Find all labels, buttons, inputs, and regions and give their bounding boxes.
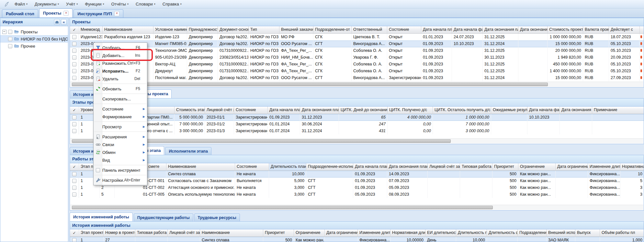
table-cell[interactable] — [560, 128, 592, 134]
column-header[interactable]: Стоимость проекта — [548, 26, 583, 33]
context-menu-item[interactable]: Связи▶ — [94, 141, 147, 148]
table-cell[interactable]: 01.09.2023 — [421, 47, 452, 54]
table-cell[interactable]: RUB — [583, 40, 609, 47]
table-cell[interactable]: 1 — [79, 184, 100, 191]
table-cell[interactable]: 2 — [100, 184, 115, 191]
projects-hscrollbar[interactable] — [70, 82, 643, 87]
column-header[interactable]: Подразделение-исполнитель.. — [306, 163, 353, 170]
row-checkbox[interactable] — [72, 122, 76, 126]
table-cell[interactable]: 31.12.2025 — [483, 34, 518, 40]
table-cell[interactable]: 01-СГТ-005 — [115, 191, 166, 198]
column-header[interactable]: Лицевой счёт затр — [428, 163, 460, 170]
column-header[interactable]: Дата начала план — [268, 107, 300, 114]
table-cell[interactable]: Фиксированна... — [358, 237, 390, 242]
table-row[interactable]: 2023-01Магнит ПМ085-01ДемопримерДоговор … — [70, 40, 644, 47]
table-cell[interactable]: 3 000 000,00 — [433, 128, 491, 134]
table-cell[interactable]: 65 — [339, 114, 388, 121]
column-header[interactable]: Ответственный — [352, 26, 387, 33]
column-header[interactable]: Типовая работа — [460, 163, 492, 170]
table-cell[interactable]: 31.12.2024 — [483, 75, 518, 81]
table-cell[interactable] — [460, 191, 492, 198]
column-header[interactable]: Изменение длител — [588, 163, 620, 170]
table-cell[interactable]: 3,000 — [269, 184, 306, 191]
table-cell[interactable]: RUB — [583, 34, 609, 40]
table-cell[interactable]: Демопример — [187, 54, 218, 61]
table-cell[interactable]: 01.01.2024 — [268, 121, 300, 128]
table-cell[interactable]: 01.09.2023 — [268, 114, 300, 121]
column-header[interactable]: Дата окончания план — [387, 163, 428, 170]
table-cell[interactable]: Магнит ПМ085-01 — [153, 40, 187, 47]
table-cell[interactable]: Изделие-123 — [153, 34, 187, 40]
table-cell[interactable]: 31.12.2024 — [300, 128, 339, 134]
column-header[interactable]: Дата начала факт. — [452, 26, 483, 33]
table-cell[interactable]: Уварова Г. Ф. — [352, 54, 387, 61]
table-cell[interactable]: СГТ — [306, 178, 353, 184]
context-menu-item[interactable]: ОбновитьF5 — [94, 85, 147, 93]
table-cell[interactable]: 905-U020-23/269 — [153, 54, 187, 61]
table-cell[interactable]: 05.09.2023 — [387, 184, 428, 191]
table-cell[interactable]: Открыт — [387, 68, 421, 75]
column-header[interactable]: Условное наименова — [153, 26, 187, 33]
table-row[interactable]: 2023-05ДредноутДемопример017310000922...… — [70, 68, 644, 75]
table-cell[interactable]: 5 000 000,00 — [175, 114, 205, 121]
table-cell[interactable]: Зарегистрирован — [387, 75, 421, 81]
table-cell[interactable] — [306, 171, 353, 178]
table-cell[interactable]: Фиксированна... — [588, 171, 620, 178]
table-cell[interactable]: Не начата — [235, 184, 269, 191]
menubar-item-словари[interactable]: Словари▾ — [132, 1, 159, 8]
context-menu-item[interactable]: Расширения▶ — [94, 133, 147, 141]
table-cell[interactable]: Технология-ЭМС — [153, 47, 187, 54]
select-all-checkmark[interactable]: ✓ — [70, 26, 79, 33]
tree-checkbox[interactable] — [8, 44, 12, 48]
table-cell[interactable]: 01-СГТ-002 — [115, 184, 166, 191]
column-header[interactable]: Ограничение — [294, 229, 325, 236]
table-cell[interactable]: 18.07.2023 — [609, 34, 640, 40]
table-cell[interactable]: 1 949 820,00 — [548, 54, 583, 61]
table-row[interactable]: 2023-04Вектор-АЦДемопример017310000922..… — [70, 61, 644, 68]
column-header[interactable]: Приоритет — [263, 229, 294, 236]
tree-checkbox[interactable] — [8, 37, 12, 41]
table-cell[interactable]: Договор №202... — [218, 75, 249, 81]
table-cell[interactable]: 10.10.2023 — [527, 114, 560, 121]
table-cell[interactable]: Открыт — [387, 40, 421, 47]
table-cell[interactable]: Как можно ран... — [518, 191, 556, 198]
column-header[interactable]: Внешний исполни — [547, 229, 575, 236]
table-cell[interactable] — [518, 54, 548, 61]
collapse-icon[interactable]: « — [61, 19, 67, 25]
table-cell[interactable]: 01.09.2023 — [421, 61, 452, 68]
table-cell[interactable]: 10 — [620, 171, 644, 178]
table-cell[interactable]: СГТ — [306, 191, 353, 198]
table-cell[interactable]: 31.12.2025 — [483, 47, 518, 54]
table-cell[interactable]: 20 000 000,00 — [548, 47, 583, 54]
table-cell[interactable] — [560, 114, 592, 121]
table-cell[interactable]: СГК — [313, 61, 352, 68]
row-checkbox[interactable] — [72, 42, 76, 46]
table-cell[interactable]: 1 400 000 000,00 — [548, 68, 583, 75]
tree-node[interactable]: НИОКР по ГОЗ без НДС — [0, 35, 68, 42]
table-cell[interactable]: Фиксированна... — [588, 178, 620, 184]
table-cell[interactable]: ООО Русатом ... — [279, 40, 313, 47]
table-cell[interactable] — [428, 171, 460, 178]
column-header[interactable]: ЕИ длительности — [425, 229, 456, 236]
table-cell[interactable]: 500 — [492, 184, 518, 191]
column-header[interactable]: ЦИТК. Получено д/с — [388, 107, 433, 114]
table-cell[interactable]: 31.12.2023 — [300, 114, 339, 121]
table-cell[interactable]: 01.09.2023 — [353, 171, 387, 178]
table-cell[interactable]: Как можно ран... — [294, 237, 325, 242]
table-cell[interactable] — [460, 178, 492, 184]
select-all-checkmark[interactable]: ✓ — [70, 229, 79, 236]
context-menu-item[interactable]: Панель инструментов — [94, 166, 147, 174]
table-cell[interactable]: Демопример — [187, 61, 218, 68]
table-cell[interactable]: 7 000 000,00 — [175, 121, 205, 128]
tree-node[interactable]: Проекты — [0, 28, 68, 35]
table-cell[interactable]: 08.09.2023 — [387, 191, 428, 198]
table-cell[interactable]: 01.09.2023 — [353, 184, 387, 191]
table-cell[interactable]: Синтез сплава — [166, 171, 235, 178]
tree-checkbox[interactable] — [8, 30, 12, 34]
table-cell[interactable]: ЗАО МАЯК — [547, 237, 575, 242]
window-tab[interactable]: Проекты✕ — [39, 8, 73, 17]
table-cell[interactable]: Изделие123 — [79, 34, 103, 40]
table-cell[interactable]: Как можно ран... — [518, 184, 556, 191]
table-cell[interactable] — [135, 237, 168, 242]
table-cell[interactable]: 500 — [263, 237, 294, 242]
